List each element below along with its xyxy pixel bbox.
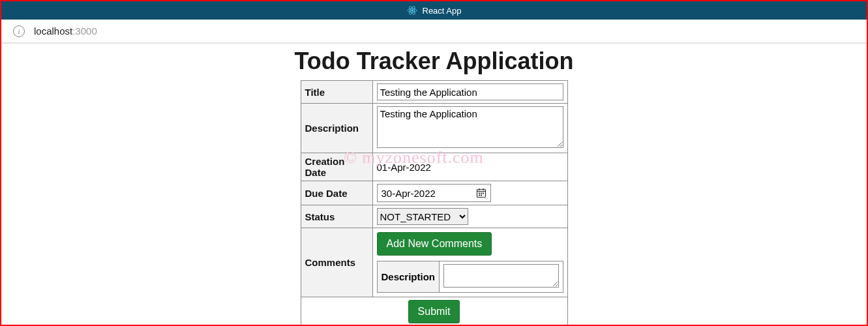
address-bar[interactable]: i localhost:3000 <box>1 20 867 43</box>
svg-rect-11 <box>479 195 480 196</box>
svg-rect-12 <box>481 195 482 196</box>
svg-rect-10 <box>483 193 484 194</box>
comment-description-textarea[interactable] <box>443 264 558 288</box>
label-due-date: Due Date <box>301 181 372 205</box>
due-date-input[interactable]: 30-Apr-2022 <box>377 184 491 202</box>
url-port: :3000 <box>72 25 97 37</box>
label-status: Status <box>301 205 372 228</box>
todo-form: Title Description Testing the Applicatio… <box>301 80 568 325</box>
url-host: localhost <box>34 25 72 37</box>
label-comments: Comments <box>301 228 372 297</box>
add-comments-button[interactable]: Add New Comments <box>377 232 492 256</box>
calendar-icon[interactable] <box>476 188 486 198</box>
creation-date-value: 01-Apr-2022 <box>377 160 563 174</box>
description-textarea[interactable]: Testing the Application <box>377 106 563 148</box>
due-date-value: 30-Apr-2022 <box>382 188 436 199</box>
submit-button[interactable]: Submit <box>408 300 460 323</box>
svg-rect-9 <box>481 193 482 194</box>
page-content: © myzonesoft.com Todo Tracker Applicatio… <box>1 43 867 325</box>
title-input[interactable] <box>377 83 563 100</box>
react-icon <box>407 5 417 16</box>
status-select[interactable]: NOT_STARTED <box>377 208 468 225</box>
label-creation-date: Creation Date <box>301 153 372 181</box>
svg-rect-8 <box>479 193 480 194</box>
browser-tab-title: React App <box>423 6 462 16</box>
label-inner-description: Description <box>377 261 440 293</box>
label-description: Description <box>301 104 372 153</box>
svg-point-0 <box>411 10 413 12</box>
url-text: localhost:3000 <box>34 25 97 37</box>
info-icon[interactable]: i <box>13 25 25 37</box>
page-title: Todo Tracker Application <box>1 48 867 75</box>
browser-titlebar: React App <box>1 1 867 20</box>
label-title: Title <box>301 81 372 104</box>
